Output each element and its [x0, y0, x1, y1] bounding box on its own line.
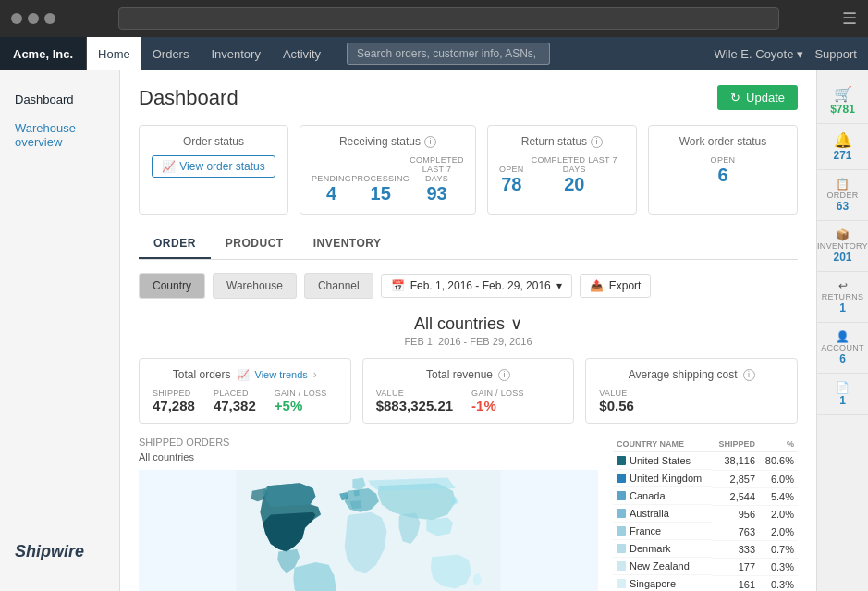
nav-links: Home Orders Inventory Activity: [87, 37, 332, 70]
order-status-title: Order status: [151, 135, 276, 148]
view-order-status-link[interactable]: 📈 View order status: [152, 155, 275, 178]
revenue-info-icon[interactable]: i: [498, 369, 510, 381]
shipped-cell: 38,116: [712, 452, 759, 471]
col-country-name: COUNTRY NAME: [613, 437, 712, 452]
tab-product[interactable]: PRODUCT: [211, 229, 299, 259]
workorder-open: OPEN 6: [711, 155, 736, 186]
nav-link-inventory[interactable]: Inventory: [200, 37, 271, 70]
order-status-link-container: 📈 View order status: [151, 155, 276, 178]
pct-cell: 5.4%: [759, 487, 798, 505]
nav-brand: Acme, Inc.: [0, 37, 87, 70]
shipped-cell: 763: [712, 523, 759, 540]
titlebar-search-input[interactable]: [118, 7, 779, 30]
shipping-info-icon[interactable]: i: [743, 369, 755, 381]
window-controls: [11, 13, 55, 24]
country-data-table: COUNTRY NAME SHIPPED % United States 38,…: [613, 437, 798, 591]
shipping-value: VALUE $0.56: [599, 388, 634, 413]
right-panel-money-value: $781: [830, 103, 855, 116]
account-icon: 👤: [836, 330, 850, 343]
right-panel-doc-value: 1: [839, 394, 846, 407]
nav-link-orders[interactable]: Orders: [141, 37, 201, 70]
table-row: Singapore 161 0.3%: [613, 575, 798, 591]
tab-inventory[interactable]: INVENTORY: [299, 229, 397, 259]
nav-user[interactable]: Wile E. Coyote ▾: [714, 47, 803, 61]
status-card-receiving: Receiving status i PENDING 4 PROCESSING …: [300, 125, 476, 215]
main-tabs: ORDER PRODUCT INVENTORY: [139, 229, 798, 260]
right-panel-order-label: ORDER: [826, 191, 858, 200]
export-button[interactable]: 📤 Export: [580, 274, 652, 298]
total-orders-values: SHIPPED 47,288 PLACED 47,382 GAIN / LOSS…: [153, 388, 337, 413]
right-panel-inventory[interactable]: 📦 INVENTORY 201: [817, 221, 868, 272]
metric-total-revenue: Total revenue i VALUE $883,325.21 GAIN /…: [362, 358, 575, 424]
pct-cell: 0.3%: [759, 558, 798, 575]
tab-order[interactable]: ORDER: [139, 229, 211, 259]
date-picker[interactable]: 📅 Feb. 1, 2016 - Feb. 29, 2016 ▾: [381, 274, 572, 298]
filter-channel-button[interactable]: Channel: [304, 273, 373, 299]
country-cell: New Zealand: [613, 558, 712, 575]
right-panel-money[interactable]: 🛒 $781: [817, 78, 868, 124]
map-container: SHIPPED ORDERS All countries: [139, 437, 598, 591]
country-color-swatch: [617, 579, 626, 588]
right-panel-returns[interactable]: ↩ RETURNS 1: [817, 272, 868, 323]
pct-cell: 0.7%: [759, 540, 798, 558]
nav-support[interactable]: Support: [814, 47, 857, 61]
workorder-status-body: OPEN 6: [660, 155, 786, 186]
country-cell: United States: [613, 452, 712, 470]
nav-search-container: [347, 43, 699, 65]
shipped-cell: 2,857: [712, 470, 759, 487]
table-row: United Kingdom 2,857 6.0%: [613, 470, 798, 487]
right-panel-doc[interactable]: 📄 1: [817, 374, 868, 415]
right-panel-order[interactable]: 📋 ORDER 63: [817, 170, 868, 221]
pct-cell: 2.0%: [759, 505, 798, 523]
country-color-swatch: [617, 491, 626, 500]
country-cell: Singapore: [613, 575, 712, 591]
cart-icon: 🛒: [834, 85, 852, 103]
update-button[interactable]: ↻ Update: [717, 85, 798, 110]
main-content: Dashboard ↻ Update Order status 📈 View o…: [120, 70, 816, 591]
chevron-down-icon: ▾: [556, 279, 562, 292]
receiving-completed: COMPLETED LAST 7 DAYS 93: [410, 155, 464, 204]
nav-link-home[interactable]: Home: [87, 37, 141, 70]
right-panel-notifications[interactable]: 🔔 271: [817, 124, 868, 170]
filter-warehouse-button[interactable]: Warehouse: [213, 273, 297, 299]
export-icon: 📤: [590, 279, 604, 292]
filter-country-button[interactable]: Country: [139, 273, 205, 299]
total-orders-title: Total orders 📈 View trends ›: [153, 368, 337, 381]
right-panel-account-label: ACCOUNT: [821, 343, 864, 352]
receiving-status-title: Receiving status i: [312, 135, 464, 148]
sidebar-item-warehouse-overview[interactable]: Warehouse overview: [0, 114, 119, 156]
col-pct: %: [759, 437, 798, 452]
trend-icon: 📈: [237, 369, 250, 381]
view-trends-link[interactable]: View trends: [255, 369, 308, 380]
right-panel-returns-label: RETURNS: [822, 292, 864, 302]
chevron-down-icon[interactable]: ∨: [510, 314, 522, 334]
close-dot: [11, 13, 22, 24]
map-section: SHIPPED ORDERS All countries: [139, 437, 798, 591]
sidebar: Dashboard Warehouse overview Shipwire: [0, 70, 120, 591]
minimize-dot: [28, 13, 39, 24]
metric-avg-shipping: Average shipping cost i VALUE $0.56: [585, 358, 798, 424]
country-header: All countries ∨ FEB 1, 2016 - FEB 29, 20…: [139, 314, 798, 347]
table-row: New Zealand 177 0.3%: [613, 558, 798, 575]
metric-total-orders: Total orders 📈 View trends › SHIPPED 47,…: [139, 358, 351, 424]
col-shipped: SHIPPED: [712, 437, 759, 452]
table-row: Canada 2,544 5.4%: [613, 487, 798, 505]
country-table: COUNTRY NAME SHIPPED % United States 38,…: [613, 437, 798, 591]
nav-link-activity[interactable]: Activity: [272, 37, 332, 70]
calendar-icon: 📅: [391, 279, 405, 292]
right-panel-account-value: 6: [839, 352, 846, 365]
return-info-icon[interactable]: i: [591, 136, 603, 148]
page-title: Dashboard: [139, 86, 238, 110]
return-open: OPEN 78: [499, 165, 524, 195]
country-date-range: FEB 1, 2016 - FEB 29, 2016: [139, 336, 798, 347]
nav-search-input[interactable]: [347, 43, 550, 65]
right-panel-account[interactable]: 👤 ACCOUNT 6: [817, 323, 868, 374]
bell-icon: 🔔: [834, 131, 852, 149]
pct-cell: 6.0%: [759, 470, 798, 487]
doc-icon: 📄: [836, 381, 850, 394]
orders-gain-loss: GAIN / LOSS +5%: [275, 388, 327, 413]
sidebar-item-dashboard[interactable]: Dashboard: [0, 85, 119, 114]
map-shipped-label: SHIPPED ORDERS: [139, 437, 598, 448]
receiving-info-icon[interactable]: i: [424, 136, 436, 148]
menu-icon[interactable]: ☰: [842, 8, 857, 29]
